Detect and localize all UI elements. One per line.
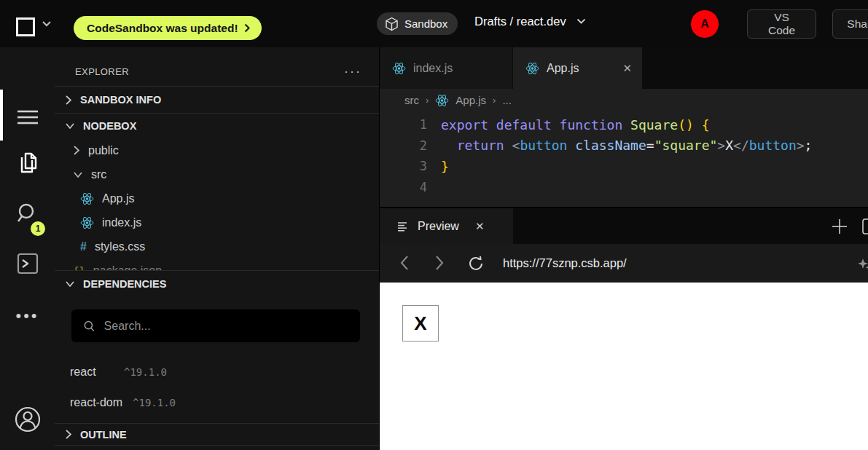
section-sandbox-info[interactable]: SANDBOX INFO [55,87,379,113]
tree-item-label: public [88,144,119,157]
activity-bar: 1 ••• ⚙ [0,47,55,450]
json-file-icon: {} [73,264,85,271]
chevron-right-icon [73,145,80,156]
editor-tab-bar: index.js App.js ✕ [380,47,868,89]
add-preview-button[interactable] [831,218,848,235]
section-nodebox[interactable]: NODEBOX [55,114,379,138]
sandbox-badge-label: Sandbox [404,17,447,30]
tree-item-public[interactable]: public [55,138,379,162]
tab-index-js[interactable]: index.js [380,47,513,89]
code-line[interactable]: 1export default function Square() { [380,114,868,135]
code-line-content: } [441,159,449,174]
codesandbox-logo[interactable] [16,17,35,36]
open-window-button[interactable] [862,218,868,234]
code-line[interactable]: 3} [380,156,868,177]
chevron-right-icon [65,429,72,440]
url-bar[interactable]: https://77sznp.csb.app/ [503,244,627,283]
css-file-icon: # [80,240,87,253]
window-icon [862,218,868,234]
explorer-title: EXPLORER [75,66,129,77]
dependency-row[interactable]: react-dom ^19.1.0 [70,392,379,414]
project-breadcrumb[interactable]: Drafts / react.dev [474,15,586,28]
tab-app-js[interactable]: App.js ✕ [513,47,643,89]
terminal-view-button[interactable] [0,252,55,275]
preview-viewport: X [380,283,868,450]
sandbox-badge[interactable]: Sandbox [377,12,458,35]
search-view-button[interactable] [0,202,55,225]
reload-button[interactable] [467,255,485,272]
reload-icon [467,255,485,272]
file-tree: publicsrcApp.jsindex.js#styles.css{}pack… [55,138,379,270]
chevron-down-icon [65,280,75,288]
chevron-down-icon [576,18,586,25]
tree-item-app-js[interactable]: App.js [55,186,379,210]
files-icon [16,151,39,175]
explorer-panel: EXPLORER ··· SANDBOX INFO NODEBOX public… [55,47,380,450]
tree-item-label: App.js [102,192,134,205]
close-preview-icon[interactable]: ✕ [475,220,485,233]
list-icon [397,221,409,232]
section-outline[interactable]: OUTLINE [55,424,379,445]
cube-icon [385,17,399,31]
chevron-down-icon[interactable] [42,20,52,27]
active-view-indicator [0,90,3,141]
chevron-down-icon [65,122,75,130]
update-banner-button[interactable]: CodeSandbox was updated! [74,16,262,40]
tree-item-src[interactable]: src [55,162,379,186]
code-line[interactable]: 2 return <button className="square">X</b… [380,135,868,157]
line-number: 4 [380,180,427,194]
close-tab-icon[interactable]: ✕ [622,62,632,75]
explorer-menu-button[interactable]: ··· [344,64,361,79]
breadcrumb[interactable]: src › App.js › ... [380,89,868,111]
chevron-down-icon [73,171,83,178]
main-area: 1 ••• ⚙ EXPLORER ··· SANDBOX INFO NODEBO… [0,47,868,450]
plus-icon [831,218,848,235]
account-icon [14,406,42,433]
ellipsis-icon: ••• [15,312,39,320]
preview-tab-bar: Preview ✕ [380,207,868,244]
sparkle-icon[interactable] [857,257,868,272]
dependency-search-input[interactable] [104,320,348,333]
vscode-button[interactable]: VS Code [747,9,816,39]
back-button[interactable] [399,255,410,271]
line-number: 2 [380,138,427,153]
tree-item-package-json[interactable]: {}package.json [55,258,379,270]
chevron-right-icon [244,23,250,33]
code-line-content: export default function Square() { [441,117,709,133]
update-banner-label: CodeSandbox was updated! [87,22,238,35]
dependency-row[interactable]: react ^19.1.0 [70,361,379,383]
account-button[interactable] [0,406,55,433]
share-button[interactable]: Share [832,9,868,39]
code-line[interactable]: 4 [380,177,868,198]
code-line-content: return <button className="square">X</but… [441,138,812,153]
tree-item-styles-css[interactable]: #styles.css [55,234,379,258]
react-file-icon [435,94,449,107]
react-file-icon [80,216,94,229]
preview-square-button[interactable]: X [402,305,439,342]
topbar: CodeSandbox was updated! Sandbox Drafts … [0,0,868,47]
avatar[interactable]: A [691,10,719,38]
tree-item-label: index.js [102,216,141,229]
preview-nav-bar: https://77sznp.csb.app/ [380,244,868,283]
files-view-button[interactable] [0,151,55,175]
tree-item-index-js[interactable]: index.js [55,210,379,234]
terminal-icon [16,252,39,275]
search-icon [83,320,95,333]
code-editor[interactable]: 1export default function Square() {2 ret… [380,111,868,207]
line-number: 3 [380,159,427,173]
chevron-right-icon [65,95,72,106]
chevron-left-icon [399,255,410,271]
preview-tab[interactable]: Preview ✕ [380,208,513,244]
section-dependencies[interactable]: DEPENDENCIES [55,271,379,297]
tree-item-label: src [91,168,106,181]
menu-button[interactable] [0,108,55,126]
forward-button[interactable] [434,255,445,271]
chevron-right-icon: › [493,95,496,106]
hamburger-icon [16,108,39,126]
line-number: 1 [380,117,427,132]
editor-preview-panel: index.js App.js ✕ src › App.js › ... 1ex… [380,47,868,450]
more-views-button[interactable]: ••• [0,312,55,320]
dependency-search [71,309,360,342]
react-file-icon [525,62,539,75]
chevron-right-icon [434,255,445,271]
